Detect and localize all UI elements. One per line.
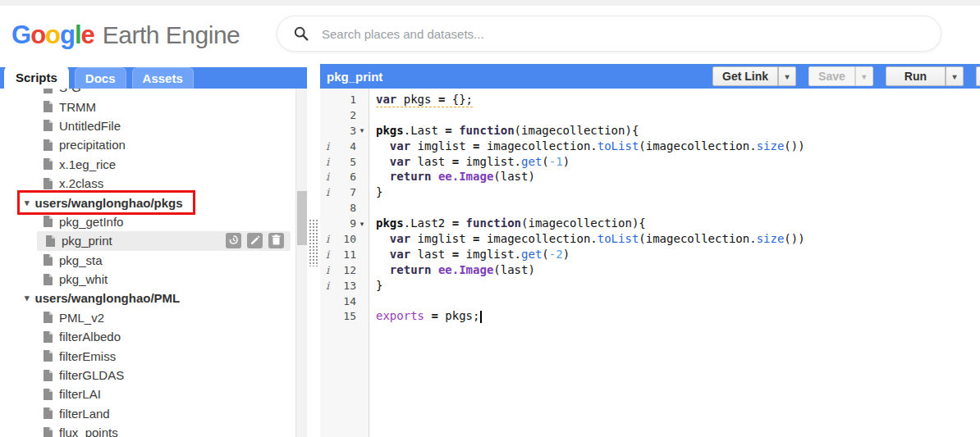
info-icon[interactable]: i <box>320 140 335 152</box>
editor-toolbar: Get Link▾Save▾Run▾ <box>712 66 980 86</box>
tree-file-x-2class[interactable]: x.2class <box>0 174 295 193</box>
get-link-dropdown-button[interactable]: ▾ <box>778 66 796 86</box>
history-button[interactable] <box>226 233 241 248</box>
get-link-button[interactable]: Get Link <box>712 66 778 86</box>
info-icon[interactable]: i <box>320 171 335 183</box>
info-icon[interactable]: i <box>320 186 335 198</box>
code-token: .Last <box>404 124 446 137</box>
run-button-group: Run▾ <box>886 66 964 86</box>
tree-file-flux-points[interactable]: flux_points <box>0 423 295 437</box>
file-icon <box>43 274 53 285</box>
tab-docs[interactable]: Docs <box>75 67 126 89</box>
code-token: return <box>390 263 432 276</box>
info-icon[interactable]: i <box>320 264 335 276</box>
code-line-3[interactable]: pkgs.Last = function(imagecollection){ <box>376 123 980 139</box>
save-button[interactable]: Save <box>808 66 855 86</box>
code-token: size <box>757 232 785 245</box>
run-dropdown-button[interactable]: ▾ <box>946 66 964 86</box>
tree-file-untitledfile[interactable]: UntitledFile <box>0 116 295 135</box>
info-icon[interactable]: i <box>320 248 335 261</box>
tab-scripts[interactable]: Scripts <box>4 66 69 89</box>
tree-folder-users-wanglonghao-pkgs[interactable]: ▾users/wanglonghao/pkgs <box>20 193 193 212</box>
info-icon[interactable]: i <box>320 156 335 168</box>
code-token: {}; <box>445 93 473 106</box>
scroll-down-icon[interactable] <box>296 424 307 437</box>
tree-file-pml-v2[interactable]: PML_v2 <box>0 308 295 327</box>
code-line-2[interactable] <box>376 107 980 123</box>
save-dropdown-button[interactable]: ▾ <box>855 66 873 86</box>
code-line-15[interactable]: exports = pkgs; <box>376 308 980 324</box>
partial-button[interactable] <box>976 66 980 86</box>
delete-button[interactable] <box>268 233 284 248</box>
tree-file-x-1eg-rice[interactable]: x.1eg_rice <box>0 155 295 174</box>
tree-file-s-g[interactable]: S-G <box>0 89 295 97</box>
scroll-up-icon[interactable] <box>296 89 307 102</box>
info-icon[interactable]: i <box>320 280 335 292</box>
code-token: toList <box>598 232 639 245</box>
triangle-down-icon[interactable]: ▾ <box>25 198 30 208</box>
code-token: (imagecollection. <box>639 232 756 245</box>
file-icon <box>43 370 53 381</box>
tree-file-filteremiss[interactable]: filterEmiss <box>0 346 295 365</box>
panel-splitter[interactable] <box>307 64 320 437</box>
code-line-7[interactable]: } <box>376 184 980 200</box>
triangle-down-icon[interactable]: ▾ <box>25 293 30 303</box>
history-icon <box>228 234 239 248</box>
code-token: var <box>390 155 410 168</box>
code-token: ( <box>542 155 548 168</box>
tree-file-filterland[interactable]: filterLand <box>0 404 295 423</box>
code-line-14[interactable] <box>376 294 980 309</box>
info-icon[interactable]: i <box>320 233 335 245</box>
code-token <box>376 155 390 168</box>
tree-folder-users-wanglonghao-pml[interactable]: ▾users/wanglonghao/PML <box>0 289 295 307</box>
code-token: var <box>390 248 410 261</box>
editor-header: pkg_print Get Link▾Save▾Run▾ <box>320 64 980 89</box>
code-lines[interactable]: var pkgs = {};pkgs.Last = function(image… <box>369 89 980 437</box>
tree-item-label: filterEmiss <box>59 349 116 363</box>
tab-assets[interactable]: Assets <box>132 67 194 89</box>
script-title: pkg_print <box>320 70 382 84</box>
tree-file-trmm[interactable]: TRMM <box>0 97 295 116</box>
pencil-icon <box>250 234 260 248</box>
tree-item-label: filterLand <box>59 407 110 421</box>
scrollbar-thumb[interactable] <box>297 191 307 245</box>
fold-arrow-icon[interactable]: ▾ <box>356 220 368 228</box>
code-line-13[interactable]: } <box>376 278 980 294</box>
rename-button[interactable] <box>247 233 263 248</box>
file-icon <box>43 158 53 170</box>
run-button[interactable]: Run <box>886 66 946 86</box>
tree-item-label: filterLAI <box>59 387 101 401</box>
search-input[interactable] <box>322 27 941 41</box>
fold-arrow-icon[interactable]: ▾ <box>356 126 368 134</box>
code-line-1[interactable]: var pkgs = {}; <box>376 92 980 107</box>
code-line-4[interactable]: var imglist = imagecollection.toList(ima… <box>376 139 980 154</box>
line-number: 6 <box>335 171 356 183</box>
gutter-line: i12 <box>320 262 369 278</box>
code-token: (imagecollection){ <box>515 124 639 137</box>
file-icon <box>43 216 53 227</box>
tree-file-filterlai[interactable]: filterLAI <box>0 385 295 403</box>
code-line-5[interactable]: var last = imglist.get(-1) <box>376 154 980 170</box>
tree-file-precipitation[interactable]: precipitation <box>0 135 295 154</box>
file-icon <box>43 89 53 93</box>
line-number: 12 <box>335 264 356 276</box>
tree-file-pkg-getinfo[interactable]: pkg_getInfo <box>0 212 295 231</box>
code-token: ()) <box>784 232 804 245</box>
splitter-drag-handle-icon[interactable] <box>309 219 318 266</box>
code-line-12[interactable]: return ee.Image(last) <box>376 262 980 278</box>
tree-file-pkg-sta[interactable]: pkg_sta <box>0 251 295 270</box>
code-line-8[interactable] <box>376 200 980 216</box>
tree-scrollbar[interactable] <box>295 89 307 437</box>
row-actions <box>226 233 284 248</box>
code-line-6[interactable]: return ee.Image(last) <box>376 169 980 184</box>
code-token <box>459 216 465 230</box>
tree-file-filtergldas[interactable]: filterGLDAS <box>0 366 295 385</box>
tree-file-filteralbedo[interactable]: filterAlbedo <box>0 327 295 346</box>
tree-file-pkg-print[interactable]: pkg_print <box>37 231 291 250</box>
tree-file-pkg-whit[interactable]: pkg_whit <box>0 270 295 289</box>
search-bar[interactable] <box>277 16 941 52</box>
code-token: ( <box>542 248 548 261</box>
code-line-10[interactable]: var imglist = imagecollection.toList(ima… <box>376 231 980 247</box>
code-line-9[interactable]: pkgs.Last2 = function(imagecollection){ <box>376 216 980 231</box>
code-line-11[interactable]: var last = imglist.get(-2) <box>376 247 980 262</box>
